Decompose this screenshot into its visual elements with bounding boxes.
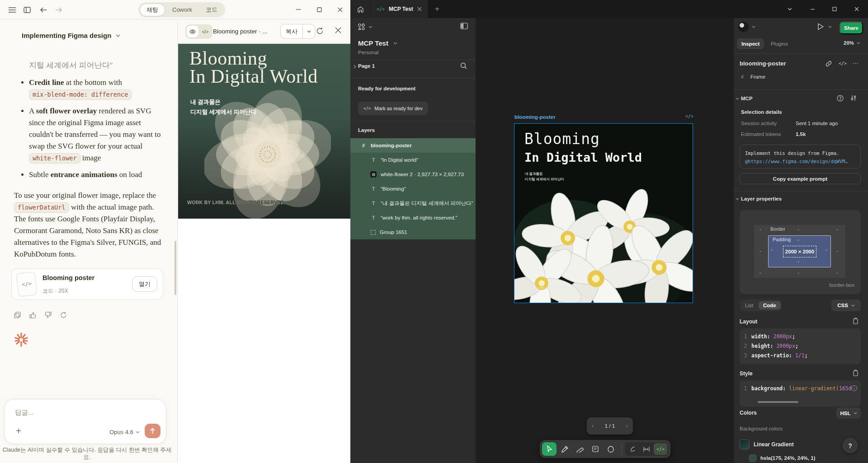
home-icon[interactable] bbox=[350, 0, 370, 18]
tab-plugins[interactable]: Plugins bbox=[766, 38, 793, 49]
figma-link[interactable]: @https://www.figma.com/design/dqWVM… bbox=[745, 157, 855, 165]
retry-icon[interactable] bbox=[60, 312, 67, 318]
artifact-card[interactable]: </> Blooming poster 코드 · JSX 열기 bbox=[11, 268, 163, 300]
figma-minimize-button[interactable] bbox=[808, 5, 817, 14]
tab-chat[interactable]: 채팅 bbox=[140, 4, 165, 16]
copy-split-button[interactable]: 복사 bbox=[280, 24, 315, 39]
more-options-icon[interactable]: … bbox=[852, 58, 859, 65]
canvas-toolbar: </> bbox=[540, 440, 670, 458]
blooming-poster-frame[interactable]: Blooming In Digital World 내 결과물은 디지털 세계에… bbox=[514, 124, 693, 303]
account-menu[interactable] bbox=[738, 22, 755, 32]
mark-ready-button[interactable]: </> Mark as ready for dev bbox=[358, 102, 428, 115]
layer-row-frame[interactable]: # blooming-poster bbox=[350, 138, 476, 153]
frame-devmode-icon[interactable]: </> bbox=[685, 114, 693, 119]
file-org: Personal bbox=[358, 50, 378, 55]
prev-page-icon[interactable]: ‹ bbox=[592, 423, 594, 429]
notes-tool-button[interactable] bbox=[588, 442, 603, 456]
layout-code-block[interactable]: 1width: 2000px; 2height: 2000px; 3aspect… bbox=[740, 328, 861, 364]
tab-code[interactable]: 코드 bbox=[199, 4, 224, 16]
eyedropper-tool-button[interactable] bbox=[557, 442, 572, 456]
file-tab[interactable]: </> MCP Test bbox=[371, 0, 428, 18]
list-toggle[interactable]: List bbox=[741, 301, 758, 309]
close-button[interactable] bbox=[336, 6, 344, 13]
tab-inspect[interactable]: Inspect bbox=[737, 38, 764, 49]
code-toggle[interactable]: Code bbox=[759, 301, 781, 309]
conversation-title[interactable]: Implementing Figma design bbox=[22, 32, 120, 39]
ruler-tool-button[interactable] bbox=[573, 442, 587, 456]
page-expand-chevron-icon[interactable] bbox=[354, 65, 356, 69]
window-menu-chevron-icon[interactable] bbox=[785, 5, 794, 14]
refresh-icon[interactable] bbox=[316, 27, 324, 35]
style-copy-icon[interactable] bbox=[853, 369, 859, 376]
artifact-open-button[interactable]: 열기 bbox=[132, 276, 157, 292]
thumbs-down-icon[interactable] bbox=[45, 312, 52, 318]
layer-properties-title[interactable]: Layer properties bbox=[741, 196, 782, 201]
file-name[interactable]: MCP Test bbox=[358, 39, 397, 47]
move-tool-button[interactable] bbox=[542, 442, 557, 456]
tab-cowork[interactable]: Cowork bbox=[166, 5, 198, 15]
shape-tool-button[interactable] bbox=[604, 442, 618, 456]
search-icon[interactable] bbox=[460, 62, 467, 69]
reply-composer[interactable]: 답글... + Opus 4.6 bbox=[4, 399, 166, 444]
copy-dropdown-icon[interactable] bbox=[303, 30, 315, 33]
minimize-button[interactable] bbox=[295, 6, 302, 13]
next-page-icon[interactable]: › bbox=[626, 423, 628, 429]
help-fab-button[interactable]: ? bbox=[843, 438, 858, 453]
zoom-control[interactable]: 20% bbox=[844, 40, 860, 46]
new-tab-icon[interactable]: + bbox=[432, 4, 443, 14]
maximize-button[interactable] bbox=[316, 6, 323, 13]
preview-close-icon[interactable] bbox=[335, 27, 341, 33]
figma-canvas[interactable]: blooming-poster </> bbox=[476, 18, 734, 463]
chevron-down-icon bbox=[368, 26, 373, 28]
present-button[interactable] bbox=[817, 23, 832, 30]
thumbs-up-icon[interactable] bbox=[29, 312, 36, 318]
tab-close-icon[interactable] bbox=[417, 7, 422, 11]
copy-link-icon[interactable] bbox=[826, 61, 832, 67]
chat-scrollbar[interactable] bbox=[175, 241, 176, 295]
sliders-icon[interactable] bbox=[850, 95, 857, 101]
language-dropdown[interactable]: CSS bbox=[831, 299, 861, 311]
assets-menu[interactable] bbox=[358, 23, 373, 30]
devmode-toggle-icon[interactable]: </> bbox=[654, 443, 667, 455]
layout-copy-icon[interactable] bbox=[853, 318, 859, 324]
color-mode-dropdown[interactable]: HSL bbox=[836, 407, 861, 419]
copy-example-prompt-button[interactable]: Copy example prompt bbox=[740, 173, 861, 184]
draw-annotation-icon[interactable] bbox=[626, 443, 639, 455]
paragraph: To use your original flower image, repla… bbox=[14, 190, 164, 260]
composer-placeholder[interactable]: 답글... bbox=[15, 408, 33, 417]
share-button[interactable]: Share bbox=[840, 22, 863, 34]
mcp-collapse-chevron-icon[interactable] bbox=[736, 98, 739, 100]
figma-maximize-button[interactable] bbox=[830, 5, 839, 14]
preview-eye-icon[interactable] bbox=[187, 26, 198, 37]
gradient-swatch[interactable] bbox=[740, 440, 750, 449]
model-selector[interactable]: Opus 4.6 bbox=[109, 429, 140, 435]
sidebar-toggle-icon[interactable] bbox=[23, 5, 32, 14]
frame-label[interactable]: blooming-poster bbox=[514, 114, 556, 120]
preview-code-icon[interactable]: </> bbox=[199, 26, 211, 37]
layer-row-text[interactable]: T “work by lhm. all rights reserved.” bbox=[350, 210, 476, 225]
hamburger-menu-icon[interactable] bbox=[8, 5, 17, 14]
attach-plus-icon[interactable]: + bbox=[14, 426, 24, 436]
layer-row-text[interactable]: T “내 결과물은 디지털 세계에서 피어난다” bbox=[350, 196, 476, 210]
layer-row-image[interactable]: white-flower 2 · 2,927.73 × 2,927.73 bbox=[350, 167, 476, 182]
copy-icon[interactable] bbox=[14, 312, 21, 318]
forward-arrow-icon[interactable] bbox=[54, 5, 63, 14]
layer-row-text[interactable]: T “Blooming” bbox=[350, 182, 476, 196]
layer-props-collapse-chevron-icon[interactable] bbox=[736, 198, 739, 200]
help-circle-icon[interactable] bbox=[837, 95, 844, 102]
claude-logo-icon bbox=[14, 332, 164, 347]
color-stop-swatch[interactable] bbox=[749, 454, 756, 462]
code-scrollbar[interactable] bbox=[758, 401, 798, 403]
page-name[interactable]: Page 1 bbox=[358, 63, 375, 69]
selection-code-icon[interactable]: </> bbox=[839, 61, 847, 66]
info-icon[interactable]: i bbox=[851, 385, 857, 391]
send-button[interactable] bbox=[145, 424, 160, 438]
measure-icon[interactable] bbox=[640, 443, 653, 455]
layer-row-text[interactable]: T “In Digital world” bbox=[350, 153, 476, 167]
panel-toggle-icon[interactable] bbox=[460, 23, 468, 29]
style-code-block[interactable]: 1background: linear-gradient(165d i bbox=[740, 380, 861, 407]
back-arrow-icon[interactable] bbox=[39, 5, 48, 14]
mcp-section-title[interactable]: MCP bbox=[741, 96, 753, 101]
layer-row-group[interactable]: Group 1651 bbox=[350, 225, 476, 239]
figma-close-button[interactable] bbox=[852, 5, 861, 14]
